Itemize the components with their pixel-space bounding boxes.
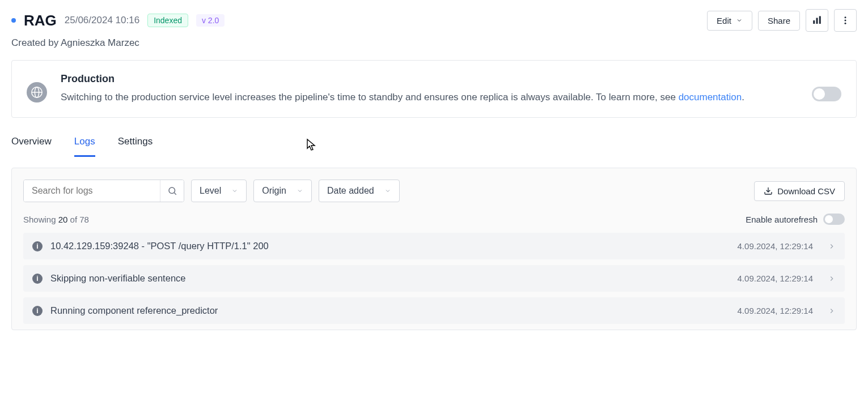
tab-settings[interactable]: Settings: [118, 133, 153, 157]
filter-date-added[interactable]: Date added: [319, 180, 400, 202]
share-button-label: Share: [768, 16, 790, 25]
showing-number: 20: [58, 215, 68, 224]
tab-overview[interactable]: Overview: [11, 133, 52, 157]
svg-point-3: [845, 16, 846, 18]
autorefresh: Enable autorefresh: [746, 214, 845, 225]
info-icon: i: [32, 241, 43, 251]
logs-meta: Showing 20 of 78 Enable autorefresh: [12, 210, 856, 233]
search-icon: [167, 186, 177, 196]
chevron-right-icon: [828, 242, 836, 250]
logs-filters: Level Origin Date added: [23, 180, 400, 202]
log-row[interactable]: i 10.42.129.159:39248 - "POST /query HTT…: [23, 233, 845, 259]
chevron-down-icon: [736, 17, 743, 24]
chevron-down-icon: [297, 187, 303, 194]
page-title: RAG: [24, 12, 57, 29]
log-message: 10.42.129.159:39248 - "POST /query HTTP/…: [50, 241, 730, 251]
log-message: Running component reference_predictor: [50, 305, 730, 316]
page-header: RAG 25/06/2024 10:16 Indexed v 2.0 Edit …: [11, 9, 857, 32]
log-time: 4.09.2024, 12:29:14: [738, 306, 813, 315]
download-csv-button[interactable]: Download CSV: [754, 181, 845, 201]
title-cluster: RAG 25/06/2024 10:16 Indexed v 2.0: [11, 12, 225, 29]
svg-point-5: [845, 23, 846, 24]
showing-prefix: Showing: [23, 215, 58, 224]
showing-count: Showing 20 of 78: [23, 215, 89, 224]
info-icon: i: [32, 274, 43, 284]
search-button[interactable]: [160, 180, 184, 202]
svg-line-10: [174, 193, 176, 195]
filter-origin-label: Origin: [262, 186, 286, 196]
filter-level-label: Level: [200, 186, 221, 196]
filter-level[interactable]: Level: [191, 180, 247, 202]
logs-panel: Level Origin Date added Download CSV Sho…: [11, 168, 857, 330]
globe-icon: [27, 82, 47, 103]
download-icon: [764, 186, 773, 195]
log-row[interactable]: i Running component reference_predictor …: [23, 297, 845, 324]
log-time: 4.09.2024, 12:29:14: [738, 241, 813, 251]
status-dot: [11, 18, 16, 23]
showing-of: of 78: [67, 215, 89, 224]
svg-rect-0: [813, 20, 815, 24]
production-text-post: .: [742, 92, 744, 103]
documentation-link[interactable]: documentation: [679, 92, 742, 103]
edit-button[interactable]: Edit: [707, 11, 752, 31]
search-wrap: [23, 180, 184, 202]
production-title: Production: [61, 73, 798, 85]
production-card: Production Switching to the production s…: [11, 60, 857, 118]
log-time: 4.09.2024, 12:29:14: [738, 274, 813, 283]
edit-button-label: Edit: [717, 16, 731, 25]
info-icon: i: [32, 306, 43, 316]
log-list: i 10.42.129.159:39248 - "POST /query HTT…: [12, 233, 856, 330]
production-card-body: Production Switching to the production s…: [61, 73, 798, 105]
header-actions: Edit Share: [707, 9, 857, 32]
filter-origin[interactable]: Origin: [253, 180, 312, 202]
svg-rect-1: [816, 18, 818, 24]
tab-logs[interactable]: Logs: [74, 133, 95, 157]
share-button[interactable]: Share: [758, 11, 800, 31]
more-button[interactable]: [834, 9, 857, 32]
svg-point-9: [169, 187, 175, 194]
chevron-right-icon: [828, 275, 836, 283]
log-message: Skipping non-verifiable sentence: [50, 273, 730, 284]
version-badge: v 2.0: [196, 14, 225, 27]
status-badge: Indexed: [147, 14, 188, 27]
page-timestamp: 25/06/2024 10:16: [65, 15, 139, 26]
dots-vertical-icon: [840, 15, 850, 25]
logs-toolbar: Level Origin Date added Download CSV: [12, 168, 856, 210]
production-text: Switching to the production service leve…: [61, 89, 798, 105]
chevron-right-icon: [828, 307, 836, 315]
chart-button[interactable]: [806, 9, 828, 32]
chevron-down-icon: [231, 187, 238, 194]
autorefresh-label: Enable autorefresh: [746, 215, 818, 224]
log-row[interactable]: i Skipping non-verifiable sentence 4.09.…: [23, 265, 845, 292]
svg-point-4: [845, 20, 846, 22]
filter-date-label: Date added: [327, 186, 374, 196]
tabs: Overview Logs Settings: [11, 133, 857, 157]
chevron-down-icon: [384, 187, 391, 194]
search-input[interactable]: [24, 180, 160, 202]
download-csv-label: Download CSV: [777, 186, 835, 196]
bar-chart-icon: [812, 15, 822, 25]
production-toggle[interactable]: [812, 87, 841, 101]
production-text-pre: Switching to the production service leve…: [61, 92, 679, 103]
created-by: Created by Agnieszka Marzec: [11, 37, 857, 49]
svg-rect-2: [819, 16, 821, 24]
autorefresh-toggle[interactable]: [823, 214, 845, 225]
